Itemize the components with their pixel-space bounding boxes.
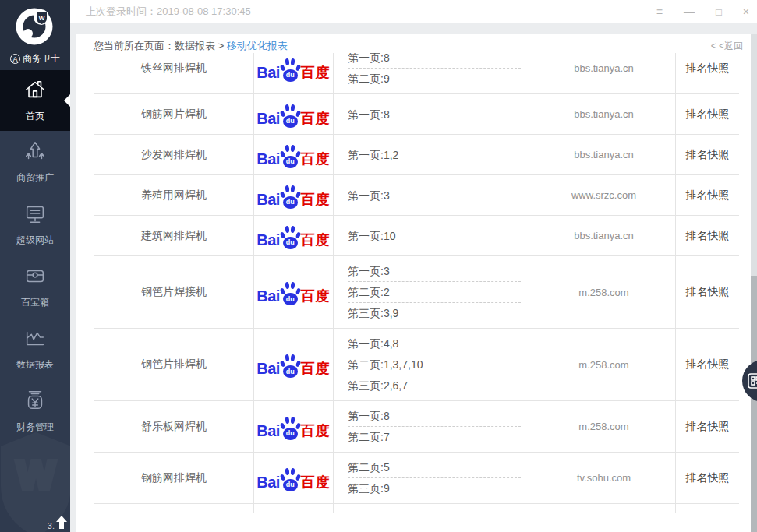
baidu-latin: Bai <box>256 361 280 376</box>
baidu-paw-du: du <box>283 479 298 491</box>
baidu-paw-icon: du <box>281 144 300 168</box>
keyword-cell: 养殖用网焊机 <box>94 175 254 216</box>
domain-cell: m.258.com <box>532 256 676 329</box>
page-rank-entry: 第一页:8 <box>348 104 521 125</box>
snapshot-link[interactable]: 排名快照 <box>676 53 740 94</box>
baidu-paw-icon: du <box>281 513 300 514</box>
back-link[interactable]: < <返回 <box>711 40 743 53</box>
baidu-logo-icon: Bai du 百度 <box>256 182 331 209</box>
sidebar-item-treasure-box[interactable]: 百宝箱 <box>0 255 70 318</box>
sidebar-item-trade-promotion[interactable]: 商贸推广 <box>0 131 70 193</box>
minimize-icon[interactable]: — <box>684 6 695 17</box>
maximize-icon[interactable]: □ <box>716 7 722 17</box>
page-background: 您当前所在页面：数据报表 > 移动优化报表 < <返回 铁丝网排焊机 Bai d… <box>70 23 757 532</box>
page-rank-entry: 第一页:8 <box>348 53 521 68</box>
sidebar-item-home[interactable]: 首页 <box>0 70 70 131</box>
sidebar-item-label: 数据报表 <box>16 358 54 372</box>
baidu-paw-du: du <box>283 156 298 168</box>
baidu-cn: 百度 <box>301 233 331 247</box>
snapshot-link[interactable]: 排名快照 <box>676 256 740 329</box>
snapshot-link[interactable]: 排名快照 <box>676 453 740 504</box>
table-row: 钢筋网片焊机 Bai du 百度 第一页:8 bbs.tianya.cn 排名快… <box>94 94 740 135</box>
domain-cell: tv.sohu.com <box>532 453 676 504</box>
keyword-cell: 铁丝网排焊机 <box>94 53 254 94</box>
baidu-latin: Bai <box>256 288 280 304</box>
baidu-latin: Bai <box>256 192 280 207</box>
window-controls: ≡ — □ × <box>656 6 749 17</box>
page-rank-entry: 第一页:3 <box>348 185 521 206</box>
sidebar-item-finance[interactable]: 财务管理 <box>0 380 70 442</box>
svg-text:W: W <box>39 15 45 22</box>
sidebar-item-label: 百宝箱 <box>21 296 49 309</box>
baidu-paw-du: du <box>283 293 298 305</box>
baidu-paw-icon: du <box>281 58 300 82</box>
pages-cell: 第二页:7 <box>334 504 532 514</box>
brand-logo-icon: W <box>15 5 55 50</box>
snapshot-link[interactable]: 排名快照 <box>676 175 740 216</box>
table-row: 铁丝网排焊机 Bai du 百度 第一页:8第二页:9 bbs.tianya.c… <box>94 53 740 94</box>
sidebar: W A 商务卫士 首页 <box>0 0 70 532</box>
snapshot-link[interactable]: 排名快照 <box>676 216 740 256</box>
breadcrumb-section[interactable]: 数据报表 <box>175 40 215 51</box>
engine-cell: Bai du 百度 <box>254 216 334 256</box>
baidu-paw-icon: du <box>281 467 300 491</box>
page-rank-entry: 第一页:3 <box>348 261 521 281</box>
baidu-logo-icon: Bai du 百度 <box>256 511 331 514</box>
domain-cell: bbs.tianya.cn <box>532 216 676 256</box>
keyword-cell: 地热网排焊机 <box>94 504 254 514</box>
baidu-cn: 百度 <box>301 152 331 166</box>
page-rank-entry: 第二页:1,3,7,10 <box>348 354 521 375</box>
baidu-latin: Bai <box>256 423 280 439</box>
content-panel: 您当前所在页面：数据报表 > 移动优化报表 < <返回 铁丝网排焊机 Bai d… <box>76 34 751 532</box>
sidebar-item-super-website[interactable]: 超级网站 <box>0 193 70 255</box>
footer-counter: 3. <box>48 521 55 530</box>
pages-cell: 第一页:8第二页:9 <box>334 53 532 94</box>
scrollbar-track[interactable] <box>751 34 757 532</box>
baidu-cn: 百度 <box>301 192 331 206</box>
breadcrumb: 您当前所在页面：数据报表 > 移动优化报表 <box>94 39 288 53</box>
last-login-time: 上次登录时间：2019-08-08 17:30:45 <box>86 5 251 19</box>
ranking-report-table: 铁丝网排焊机 Bai du 百度 第一页:8第二页:9 bbs.tianya.c… <box>94 53 739 513</box>
pages-cell: 第一页:8 <box>334 94 532 135</box>
page-rank-entry: 第一页:4,8 <box>348 333 521 354</box>
snapshot-link[interactable]: 排名快照 <box>676 504 740 514</box>
engine-cell: Bai du 百度 <box>254 94 334 135</box>
pages-cell: 第二页:5第三页:9 <box>334 453 532 504</box>
pages-cell: 第一页:3第二页:2第三页:3,9 <box>334 256 532 329</box>
scrollbar-thumb[interactable] <box>751 276 757 532</box>
keyword-cell: 钢筋网片焊机 <box>94 94 254 135</box>
snapshot-link[interactable]: 排名快照 <box>676 329 740 401</box>
domain-cell: bbs.tianya.cn <box>532 504 676 514</box>
baidu-latin: Bai <box>256 151 280 167</box>
baidu-cn: 百度 <box>301 361 331 375</box>
keyword-cell: 沙发网排焊机 <box>94 135 254 175</box>
close-icon[interactable]: × <box>743 6 749 17</box>
snapshot-link[interactable]: 排名快照 <box>676 401 740 453</box>
snapshot-link[interactable]: 排名快照 <box>676 135 740 175</box>
page-rank-entry: 第一页:10 <box>348 226 521 246</box>
engine-cell: Bai du 百度 <box>254 453 334 504</box>
domain-cell: www.srzc.com <box>532 175 676 216</box>
line-chart-icon <box>23 326 47 353</box>
up-arrow-cursor-icon[interactable] <box>56 516 67 530</box>
sidebar-footer: 3. <box>48 516 67 530</box>
sidebar-item-label: 财务管理 <box>16 421 54 434</box>
domain-cell: bbs.tianya.cn <box>532 53 676 94</box>
keyword-cell: 建筑网排焊机 <box>94 216 254 256</box>
brand-block: W A 商务卫士 <box>0 0 70 70</box>
breadcrumb-current[interactable]: 移动优化报表 <box>227 40 288 51</box>
baidu-cn: 百度 <box>301 111 331 125</box>
pages-cell: 第一页:3 <box>334 175 532 216</box>
snapshot-link[interactable]: 排名快照 <box>676 94 740 135</box>
toolbox-icon <box>23 264 47 291</box>
table-row: 舒乐板网焊机 Bai du 百度 第一页:8第二页:7 m.258.com 排名… <box>94 401 740 453</box>
menu-icon[interactable]: ≡ <box>656 6 663 17</box>
pages-cell: 第一页:4,8第二页:1,3,7,10第三页:2,6,7 <box>334 329 532 401</box>
baidu-cn: 百度 <box>301 424 331 438</box>
engine-cell: Bai du 百度 <box>254 329 334 401</box>
keyword-cell: 舒乐板网焊机 <box>94 401 254 453</box>
baidu-paw-icon: du <box>281 104 300 128</box>
baidu-logo-icon: Bai du 百度 <box>256 142 331 168</box>
sidebar-item-data-reports[interactable]: 数据报表 <box>0 318 70 380</box>
baidu-paw-du: du <box>283 365 298 378</box>
